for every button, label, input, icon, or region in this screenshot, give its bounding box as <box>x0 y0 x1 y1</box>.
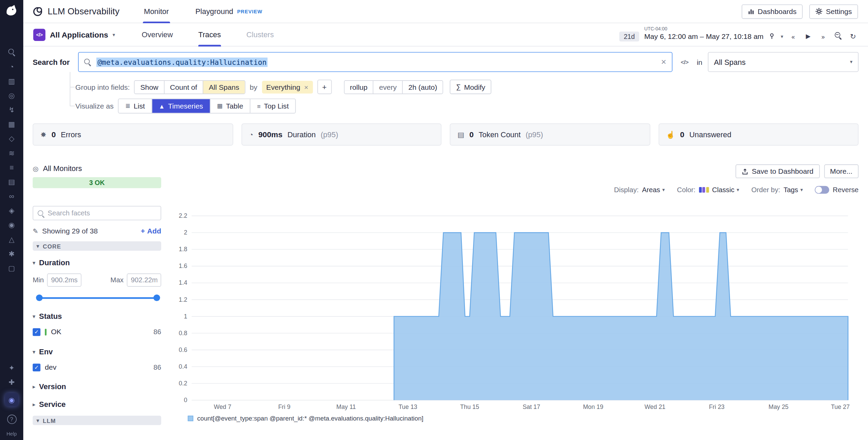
content-area: ◎ All Monitors 3 OK ✎ Showing 29 of 38 +… <box>33 165 859 425</box>
tab-clusters[interactable]: Clusters <box>246 23 274 46</box>
security-icon[interactable]: ◈ <box>9 207 14 214</box>
settings-button[interactable]: Settings <box>809 4 858 18</box>
legend-label: count[@event_type:span @parent_id:* @met… <box>197 415 423 422</box>
facet-status-header[interactable]: ▾ Status <box>33 312 161 321</box>
rollup-interval-button[interactable]: 2h (auto) <box>402 81 443 93</box>
apm-icon[interactable]: ↯ <box>9 106 15 113</box>
llm-section-header[interactable]: ▾ LLM <box>33 416 161 425</box>
gear-icon <box>815 8 823 15</box>
duration-min-input[interactable] <box>47 273 82 287</box>
facet-service-header[interactable]: ▸ Service <box>33 400 161 408</box>
modify-button[interactable]: ∑ Modify <box>450 80 491 94</box>
packages-icon[interactable]: ▢ <box>8 265 15 272</box>
watchdog-icon[interactable]: ◎ <box>9 92 15 99</box>
visualize-timeseries-button[interactable]: ▲ Timeseries <box>152 99 210 113</box>
span-scope-value: All Spans <box>714 58 746 66</box>
duration-max-input[interactable] <box>127 273 161 287</box>
tab-playground-label: Playground <box>195 7 233 15</box>
show-button[interactable]: Show <box>135 81 164 93</box>
product-sidebar: ◔ ▥ ◎ ↯ ▦ ◇ ≋ ≡ ▤ ∞ ◈ ◉ △ ✱ ▢ ✦ ✚ ◉ ? He… <box>0 0 23 440</box>
order-by-select[interactable]: Tags ▾ <box>784 186 803 194</box>
visualize-toplist-button[interactable]: ≡ Top List <box>250 99 295 113</box>
help-icon[interactable]: ? <box>7 415 16 424</box>
pin-icon[interactable] <box>769 33 776 40</box>
synthetics-icon[interactable]: △ <box>9 236 14 243</box>
raw-query-toggle-icon[interactable]: </> <box>678 59 691 65</box>
core-section-header[interactable]: ▾ CORE <box>33 241 161 251</box>
more-button[interactable]: More... <box>824 165 858 179</box>
experiments-icon[interactable]: ✦ <box>9 364 15 371</box>
clear-search-icon[interactable]: × <box>661 57 666 67</box>
remove-group-by-icon[interactable]: × <box>304 83 308 91</box>
order-chevron-down-icon: ▾ <box>800 187 803 193</box>
add-facet-button[interactable]: + Add <box>141 227 161 235</box>
slider-max-handle[interactable] <box>153 295 160 301</box>
facet-duration-label: Duration <box>39 258 70 267</box>
tab-overview[interactable]: Overview <box>142 23 173 46</box>
edit-facets-icon[interactable]: ✎ <box>33 227 38 235</box>
svg-text:1.4: 1.4 <box>179 279 187 286</box>
display-select[interactable]: Areas ▾ <box>642 186 665 194</box>
visualize-table-button[interactable]: ▦ Table <box>210 99 250 113</box>
all-monitors-header[interactable]: ◎ All Monitors <box>33 165 161 173</box>
service-chevron-right-icon: ▸ <box>33 401 35 407</box>
duration-label: Duration <box>287 130 316 139</box>
visualize-list-button[interactable]: ≣ List <box>119 99 151 113</box>
profiling-icon[interactable]: ◇ <box>9 135 14 142</box>
count-of-button[interactable]: Count of <box>164 81 203 93</box>
slider-min-handle[interactable] <box>36 295 42 301</box>
logs-icon[interactable]: ≡ <box>10 164 14 171</box>
table-label: Table <box>226 102 243 110</box>
span-scope-select[interactable]: All Spans ▾ <box>708 52 858 72</box>
facet-search-input[interactable] <box>47 209 156 217</box>
history-icon[interactable]: ◔ <box>10 63 14 70</box>
color-select[interactable]: Classic ▾ <box>712 186 739 194</box>
bug-icon[interactable]: ✱ <box>9 250 15 257</box>
chart-legend[interactable]: count[@event_type:span @parent_id:* @met… <box>168 415 858 422</box>
duration-range-slider[interactable] <box>36 295 160 301</box>
tab-traces[interactable]: Traces <box>198 23 221 46</box>
search-icon[interactable] <box>8 49 15 56</box>
facet-search[interactable] <box>33 206 161 220</box>
integrations-icon[interactable]: ∞ <box>9 193 14 200</box>
database-icon[interactable]: ▤ <box>8 178 15 185</box>
add-facet-label: Add <box>147 227 161 235</box>
add-group-by-button[interactable]: + <box>317 80 332 94</box>
facet-version-header[interactable]: ▸ Version <box>33 382 161 391</box>
time-range-label[interactable]: UTC-04:00 May 6, 12:00 am – May 27, 10:1… <box>644 32 763 40</box>
application-selector[interactable]: </> All Applications ▾ <box>33 29 115 41</box>
search-query-text[interactable]: @meta.evaluations.quality:Hallucination <box>96 57 267 67</box>
rum-icon[interactable]: ◉ <box>9 222 15 229</box>
facet-duration-header[interactable]: ▾ Duration <box>33 258 161 267</box>
play-icon[interactable]: ▶ <box>803 33 813 40</box>
measure-all-spans-button[interactable]: All Spans <box>203 81 245 93</box>
status-ok-checkbox[interactable]: ✓ <box>33 328 41 336</box>
forward-icon[interactable]: » <box>818 33 828 39</box>
save-to-dashboard-button[interactable]: Save to Dashboard <box>736 165 819 179</box>
time-chevron-down-icon[interactable]: ▾ <box>781 33 783 39</box>
add-product-icon[interactable]: ✚ <box>9 379 15 386</box>
llm-observability-active-icon[interactable]: ◉ <box>5 393 18 406</box>
reverse-toggle[interactable] <box>815 186 829 194</box>
refresh-icon[interactable]: ↻ <box>848 32 858 40</box>
rollup-button[interactable]: rollup <box>344 81 373 93</box>
palette-icon[interactable] <box>699 187 709 193</box>
tab-playground[interactable]: Playground PREVIEW <box>194 0 264 23</box>
metric-cards: ✸ 0 Errors ◔ 900ms Duration (p95) ▤ 0 To… <box>33 124 859 146</box>
metrics-icon[interactable]: ▥ <box>8 77 15 85</box>
env-dev-checkbox[interactable]: ✓ <box>33 364 41 371</box>
tab-monitor[interactable]: Monitor <box>143 0 170 23</box>
search-input[interactable]: @meta.evaluations.quality:Hallucination … <box>78 52 673 72</box>
monitors-status-badge[interactable]: 3 OK <box>33 177 161 188</box>
infrastructure-icon[interactable]: ▦ <box>8 120 15 128</box>
ci-icon[interactable]: ≋ <box>9 150 15 157</box>
svg-text:2: 2 <box>184 229 187 236</box>
timeseries-chart[interactable]: 00.20.40.60.811.21.41.61.822.2Wed 7Fri 9… <box>168 212 858 414</box>
facet-env-header[interactable]: ▾ Env <box>33 347 161 356</box>
zoom-out-icon[interactable] <box>833 32 843 40</box>
datadog-logo[interactable] <box>5 4 18 19</box>
dashboards-button[interactable]: Dashboards <box>742 4 803 18</box>
time-range-badge[interactable]: 21d <box>619 31 639 41</box>
group-by-chip[interactable]: Everything × <box>262 81 313 93</box>
rewind-icon[interactable]: « <box>788 33 798 39</box>
